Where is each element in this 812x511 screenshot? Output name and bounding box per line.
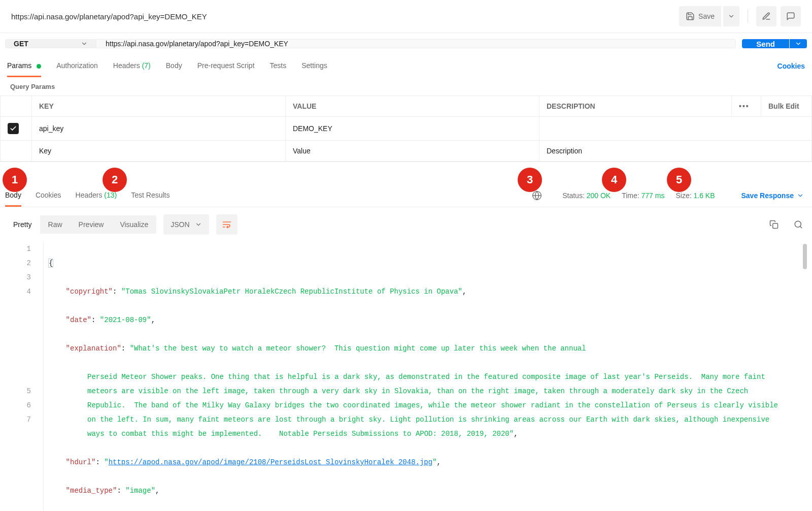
code-body[interactable]: { "copyright": "Tomas SlovinskySlovakiaP… bbox=[44, 242, 812, 511]
save-dropdown-button[interactable] bbox=[723, 6, 739, 26]
save-response-button[interactable]: Save Response bbox=[741, 191, 807, 200]
body-toolbar: Pretty Raw Preview Visualize JSON bbox=[0, 207, 812, 242]
row-desc-placeholder[interactable]: Description bbox=[539, 141, 812, 162]
size-value: 1.6 KB bbox=[693, 191, 715, 200]
search-icon bbox=[794, 220, 803, 229]
tab-tests[interactable]: Tests bbox=[270, 54, 287, 77]
tab-headers-label: Headers bbox=[113, 61, 140, 70]
tab-headers[interactable]: Headers (7) bbox=[113, 54, 151, 77]
json-value: "image" bbox=[125, 487, 155, 495]
save-button[interactable]: Save bbox=[679, 6, 721, 26]
title-actions: Save bbox=[679, 6, 801, 26]
row-key-placeholder[interactable]: Key bbox=[32, 141, 286, 162]
tab-settings[interactable]: Settings bbox=[301, 54, 327, 77]
edit-button[interactable] bbox=[756, 6, 776, 26]
response-tab-testresults[interactable]: Test Results bbox=[131, 184, 170, 207]
code-pane: 1234 567 { "copyright": "Tomas Slovinsky… bbox=[0, 242, 812, 511]
col-check-header bbox=[1, 96, 32, 117]
bulk-edit-link[interactable]: Bulk Edit bbox=[761, 96, 812, 117]
row-value[interactable]: DEMO_KEY bbox=[286, 117, 539, 141]
tab-prerequest[interactable]: Pre-request Script bbox=[197, 54, 255, 77]
comment-button[interactable] bbox=[781, 6, 801, 26]
json-link[interactable]: https://apod.nasa.gov/apod/image/2108/Pe… bbox=[109, 458, 433, 466]
tab-authorization[interactable]: Authorization bbox=[56, 54, 98, 77]
row-desc[interactable] bbox=[539, 117, 812, 141]
titlebar: https://api.nasa.gov/planetary/apod?api_… bbox=[0, 0, 812, 33]
status-label: Status: bbox=[562, 191, 585, 200]
response-tab-cookies[interactable]: Cookies bbox=[36, 184, 61, 207]
json-key: "hdurl" bbox=[66, 458, 96, 466]
time-label: Time: bbox=[622, 191, 639, 200]
view-mode-segment: Pretty Raw Preview Visualize bbox=[5, 215, 156, 234]
format-dropdown[interactable]: JSON bbox=[163, 214, 209, 235]
chevron-down-icon bbox=[797, 192, 804, 199]
network-icon[interactable] bbox=[532, 190, 542, 201]
save-button-label: Save bbox=[698, 12, 715, 20]
more-icon: ••• bbox=[739, 102, 750, 110]
json-value: "Tomas SlovinskySlovakiaPetr HoralekCzec… bbox=[121, 288, 462, 296]
divider bbox=[748, 10, 748, 23]
json-key: "date" bbox=[66, 316, 91, 324]
row-value-placeholder[interactable]: Value bbox=[286, 141, 539, 162]
svg-rect-4 bbox=[773, 223, 778, 229]
json-value: "What's the best way to watch a meteor s… bbox=[130, 344, 586, 353]
mode-preview[interactable]: Preview bbox=[71, 215, 112, 234]
send-wrap: Send bbox=[742, 39, 807, 48]
request-row: GET https://api.nasa.gov/planetary/apod?… bbox=[0, 33, 812, 54]
url-input[interactable]: https://api.nasa.gov/planetary/apod?api_… bbox=[96, 39, 736, 48]
response-meta: Status: 200 OK Time: 777 ms Size: 1.6 KB bbox=[562, 191, 715, 200]
search-button[interactable] bbox=[790, 216, 807, 233]
checkbox-checked-icon bbox=[8, 123, 19, 134]
send-button[interactable]: Send bbox=[742, 39, 789, 48]
col-key-header: KEY bbox=[32, 96, 286, 117]
col-value-header: VALUE bbox=[286, 96, 539, 117]
copy-button[interactable] bbox=[765, 216, 783, 233]
wrap-lines-button[interactable] bbox=[216, 214, 238, 235]
annotation-badge-4: 4 bbox=[602, 168, 626, 192]
table-row-empty: Key Value Description bbox=[1, 141, 812, 162]
pencil-icon bbox=[762, 12, 771, 21]
json-key: "copyright" bbox=[66, 288, 113, 296]
json-quote: " bbox=[432, 458, 436, 466]
mode-pretty[interactable]: Pretty bbox=[5, 215, 40, 234]
json-value: "2021-08-09" bbox=[100, 316, 151, 324]
response-tab-headers-count: (13) bbox=[104, 191, 117, 199]
tab-params-label: Params bbox=[7, 61, 31, 70]
chevron-down-icon bbox=[195, 221, 202, 228]
wrap-icon bbox=[222, 219, 232, 230]
method-select[interactable]: GET bbox=[5, 39, 96, 48]
svg-line-6 bbox=[800, 226, 801, 228]
row-checkbox-empty bbox=[1, 141, 32, 162]
col-desc-header: DESCRIPTION bbox=[539, 96, 732, 117]
comment-icon bbox=[786, 12, 795, 21]
annotation-badge-2: 2 bbox=[103, 168, 127, 192]
query-params-label: Query Params bbox=[0, 78, 812, 95]
row-key[interactable]: api_key bbox=[32, 117, 286, 141]
annotation-badge-1: 1 bbox=[3, 168, 27, 192]
chevron-down-icon bbox=[795, 40, 802, 47]
json-quote: " bbox=[104, 458, 108, 466]
tab-params[interactable]: Params bbox=[7, 54, 41, 77]
url-text: https://api.nasa.gov/planetary/apod?api_… bbox=[106, 40, 288, 48]
save-icon bbox=[686, 12, 695, 21]
row-checkbox-cell[interactable] bbox=[1, 117, 32, 141]
status-meta: Status: 200 OK bbox=[562, 191, 611, 200]
tab-headers-count: (7) bbox=[142, 61, 151, 70]
time-meta: Time: 777 ms bbox=[622, 191, 664, 200]
send-dropdown-button[interactable] bbox=[790, 39, 807, 48]
cookies-link[interactable]: Cookies bbox=[777, 55, 805, 77]
mode-visualize[interactable]: Visualize bbox=[112, 215, 156, 234]
json-key: "explanation" bbox=[66, 344, 121, 353]
scrollbar-thumb[interactable] bbox=[803, 244, 807, 269]
method-label: GET bbox=[14, 40, 28, 48]
params-table: KEY VALUE DESCRIPTION ••• Bulk Edit api_… bbox=[0, 95, 812, 162]
size-label: Size: bbox=[675, 191, 691, 200]
size-meta: Size: 1.6 KB bbox=[675, 191, 715, 200]
chevron-down-icon bbox=[728, 13, 735, 20]
status-value: 200 OK bbox=[587, 191, 611, 200]
request-title: https://api.nasa.gov/planetary/apod?api_… bbox=[11, 12, 207, 21]
time-value: 777 ms bbox=[641, 191, 665, 200]
tab-body[interactable]: Body bbox=[166, 54, 182, 77]
col-more-header[interactable]: ••• bbox=[732, 96, 761, 117]
mode-raw[interactable]: Raw bbox=[40, 215, 71, 234]
